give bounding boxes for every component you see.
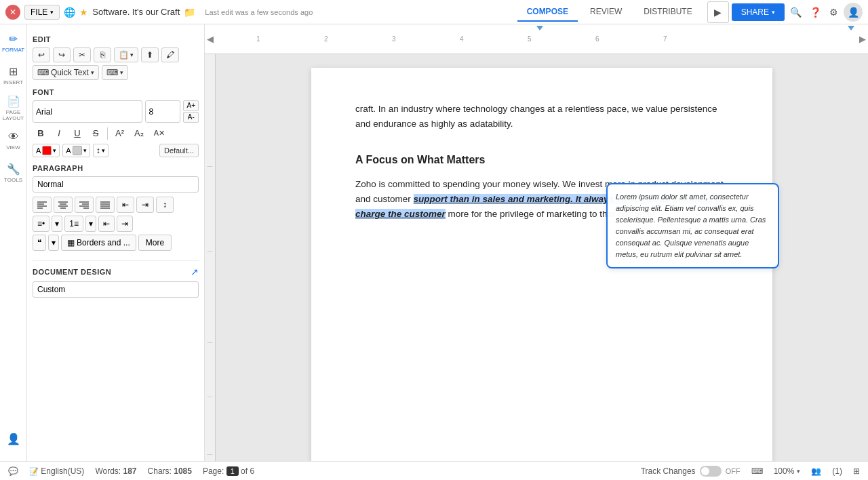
bullet-list-arrow[interactable]: ▾ bbox=[52, 216, 62, 232]
align-left-button[interactable] bbox=[33, 197, 52, 213]
file-menu-button[interactable]: FILE ▾ bbox=[24, 5, 60, 20]
numbered-list-button[interactable]: 1≡ bbox=[64, 216, 83, 232]
move-up-button[interactable]: ⬆ bbox=[141, 47, 159, 62]
sidebar-item-page[interactable]: 📄 PAGE LAYOUT bbox=[1, 92, 26, 123]
ruler-top: ◀ 1 2 3 4 5 6 7 ▶ bbox=[205, 24, 868, 54]
tab-review[interactable]: REVIEW bbox=[580, 3, 631, 22]
search-icon[interactable]: 🔍 bbox=[787, 4, 804, 20]
copy-button[interactable]: ⎘ bbox=[94, 47, 111, 62]
ruler-handle-right[interactable] bbox=[848, 26, 854, 31]
list-indent-in-button[interactable]: ⇤ bbox=[98, 216, 115, 232]
list-indent-out-button[interactable]: ⇥ bbox=[117, 216, 133, 232]
tab-distribute[interactable]: DISTRIBUTE bbox=[634, 3, 701, 22]
page[interactable]: craft. In an industry where technology c… bbox=[311, 68, 772, 461]
misc-row: ❝ ▾ ▦ Borders and ... More bbox=[33, 235, 199, 251]
bullet-list-button[interactable]: ≡• bbox=[33, 216, 50, 232]
avatar[interactable]: 👤 bbox=[844, 3, 863, 22]
edit-section-label: EDIT bbox=[33, 35, 199, 43]
quote-button[interactable]: ❝ bbox=[33, 235, 46, 251]
chat-icon[interactable]: 💬 bbox=[8, 466, 18, 476]
paste-button[interactable]: 📋 ▾ bbox=[114, 47, 138, 62]
doc-design-select[interactable]: Custom Default Modern Classic bbox=[33, 281, 199, 298]
font-size-increase-button[interactable]: A+ bbox=[183, 100, 199, 111]
zoom-control[interactable]: 100% ▾ bbox=[774, 466, 801, 476]
collab-icon[interactable]: 👥 bbox=[811, 466, 821, 476]
doc-scroll-container[interactable]: — — — — — craft. In an industry where te… bbox=[205, 54, 868, 461]
tools-icon: 🔧 bbox=[7, 163, 20, 176]
font-size-select[interactable]: 8 9 10 11 12 14 bbox=[145, 100, 180, 123]
default-button[interactable]: Default... bbox=[159, 144, 199, 157]
ruler-handle-top[interactable] bbox=[536, 26, 543, 31]
doc-area: ◀ 1 2 3 4 5 6 7 ▶ bbox=[205, 24, 868, 461]
keyboard-icon[interactable]: ⌨ bbox=[751, 466, 763, 476]
undo-button[interactable]: ↩ bbox=[33, 47, 50, 62]
tab-compose[interactable]: COMPOSE bbox=[517, 3, 578, 22]
quote-arrow[interactable]: ▾ bbox=[48, 235, 59, 251]
track-changes-toggle[interactable] bbox=[700, 466, 722, 477]
borders-button[interactable]: ▦ Borders and ... bbox=[61, 235, 136, 251]
collab-count: (1) bbox=[832, 466, 842, 476]
sidebar-item-user[interactable]: 👤 bbox=[1, 423, 26, 454]
ruler-arrow-left[interactable]: ◀ bbox=[205, 34, 216, 44]
decrease-indent-button[interactable]: ⇤ bbox=[117, 197, 134, 213]
doc-design-label: DOCUMENT DESIGN bbox=[33, 268, 111, 276]
numbered-list-arrow[interactable]: ▾ bbox=[85, 216, 96, 232]
font-section-label: FONT bbox=[33, 88, 199, 96]
paragraph-section-label: PARAGRAPH bbox=[33, 164, 199, 172]
external-link-icon[interactable]: ↗ bbox=[191, 266, 199, 277]
align-justify-button[interactable] bbox=[96, 197, 115, 213]
sidebar-item-format[interactable]: ✏ FORMAT bbox=[1, 27, 26, 58]
doc-title: Software. It's our Craft bbox=[92, 7, 180, 17]
font-color-picker[interactable]: A ▾ bbox=[33, 144, 60, 157]
superscript-button[interactable]: A² bbox=[111, 125, 128, 141]
page-icon: 📄 bbox=[7, 95, 20, 108]
more-button[interactable]: More bbox=[138, 235, 172, 251]
color-row: A ▾ A ▾ ↕ ▾ Default... bbox=[33, 144, 199, 157]
ruler-arrow-right[interactable]: ▶ bbox=[857, 34, 868, 44]
alignment-row: ⇤ ⇥ ↕ bbox=[33, 197, 199, 213]
increase-indent-button[interactable]: ⇥ bbox=[136, 197, 154, 213]
clear-format-button[interactable]: A✕ bbox=[150, 126, 169, 140]
globe-icon[interactable]: 🌐 bbox=[64, 7, 75, 18]
document-design-section: DOCUMENT DESIGN ↗ Custom Default Modern … bbox=[33, 260, 199, 298]
highlight-button[interactable]: 🖍 bbox=[161, 47, 179, 62]
align-center-button[interactable] bbox=[54, 197, 73, 213]
doc-design-header: DOCUMENT DESIGN ↗ bbox=[33, 266, 199, 277]
line-spacing-button[interactable]: ↕ bbox=[156, 197, 174, 213]
grid-view-icon[interactable]: ⊞ bbox=[853, 466, 860, 476]
quick-text-button[interactable]: ⌨ Quick Text ▾ bbox=[33, 65, 99, 80]
topbar: ✕ FILE ▾ 🌐 ★ Software. It's our Craft 📁 … bbox=[0, 0, 868, 24]
view-icon: 👁 bbox=[8, 131, 19, 143]
close-button[interactable]: ✕ bbox=[5, 5, 20, 20]
font-size-decrease-button[interactable]: A- bbox=[183, 112, 199, 123]
paragraph-style-select[interactable]: Normal Heading 1 Heading 2 Heading 3 Tit… bbox=[33, 176, 199, 193]
format-icon: ✏ bbox=[9, 33, 18, 45]
share-button[interactable]: SHARE ▾ bbox=[732, 3, 785, 21]
redo-button[interactable]: ↪ bbox=[53, 47, 71, 62]
language[interactable]: 📝 English(US) bbox=[29, 466, 84, 476]
text-format-row: B I U S A² A₂ A✕ bbox=[33, 125, 199, 141]
cut-button[interactable]: ✂ bbox=[73, 47, 91, 62]
present-icon[interactable]: ▶ bbox=[707, 1, 729, 23]
edit-toolbar-row: ↩ ↪ ✂ ⎘ 📋 ▾ ⬆ 🖍 bbox=[33, 47, 199, 62]
star-icon[interactable]: ★ bbox=[79, 7, 88, 18]
help-icon[interactable]: ❓ bbox=[807, 4, 824, 20]
format-preset-button[interactable]: ⌨ ▾ bbox=[102, 65, 128, 80]
vertical-ruler: — — — — — bbox=[205, 54, 216, 461]
settings-icon[interactable]: ⚙ bbox=[827, 4, 841, 20]
bg-color-picker[interactable]: A ▾ bbox=[62, 144, 90, 157]
sidebar-item-view[interactable]: 👁 VIEW bbox=[1, 125, 26, 156]
italic-button[interactable]: I bbox=[51, 125, 67, 141]
sidebar-item-tools[interactable]: 🔧 TOOLS bbox=[1, 157, 26, 188]
underline-button[interactable]: U bbox=[69, 125, 85, 141]
align-right-button[interactable] bbox=[75, 197, 94, 213]
folder-icon: 📁 bbox=[184, 7, 195, 18]
line-spacing-picker[interactable]: ↕ ▾ bbox=[93, 144, 108, 157]
subscript-button[interactable]: A₂ bbox=[130, 125, 148, 141]
font-select-row: Arial Times New Roman Courier New 8 9 10… bbox=[33, 100, 199, 123]
topbar-left: ✕ FILE ▾ 🌐 ★ Software. It's our Craft 📁 … bbox=[5, 5, 313, 20]
bold-button[interactable]: B bbox=[33, 125, 49, 141]
font-family-select[interactable]: Arial Times New Roman Courier New bbox=[33, 100, 142, 123]
sidebar-item-insert[interactable]: ⊞ INSERT bbox=[1, 60, 26, 91]
strikethrough-button[interactable]: S bbox=[87, 125, 104, 141]
